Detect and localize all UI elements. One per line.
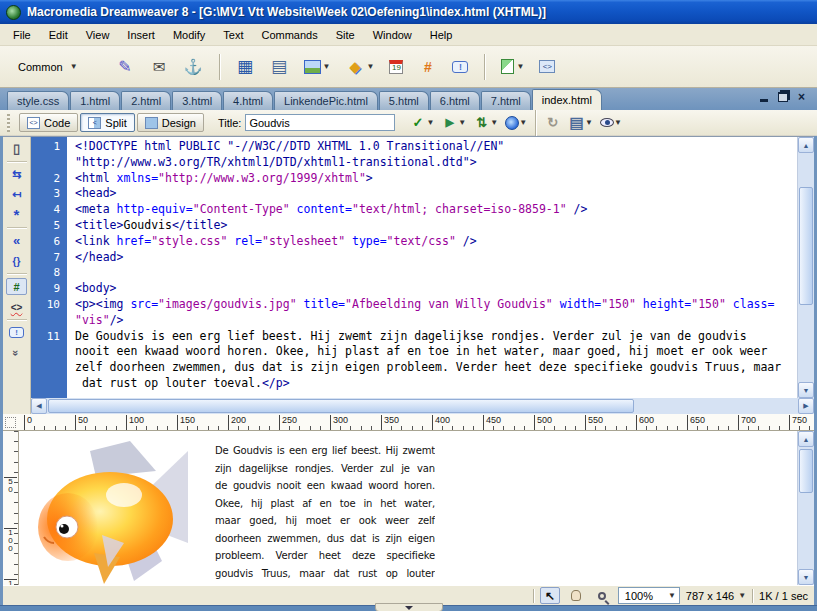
scroll-up-icon[interactable]: ▲ [798,137,814,153]
scroll-track[interactable] [47,398,798,414]
scroll-track[interactable] [798,447,814,569]
close-icon[interactable]: × [796,92,807,102]
code-horizontal-scrollbar[interactable]: ◀ ▶ [3,398,814,414]
restore-button[interactable] [777,92,788,102]
design-text-line[interactable]: goudvis Truus, maar dat rust op louter [215,565,435,583]
code-text[interactable]: <head> [67,186,117,202]
date-button[interactable] [387,58,405,76]
image-button[interactable]: ▼ [302,58,333,76]
tag-selector[interactable] [9,586,527,605]
code-text[interactable]: zelf doorheen zwemmen, dus dat is zijn e… [67,360,781,376]
scroll-thumb[interactable] [799,187,813,305]
table-button[interactable] [234,55,257,78]
code-text[interactable]: </head> [67,250,123,266]
code-editor[interactable]: 1<!DOCTYPE html PUBLIC "-//W3C//DTD XHTM… [31,137,797,398]
code-vertical-scrollbar[interactable]: ▲ ▼ [797,137,814,398]
open-documents-button[interactable] [6,140,27,157]
code-text[interactable]: <body> [67,281,117,297]
minimize-button[interactable] [758,92,769,102]
chevron-down-icon[interactable]: ▼ [516,62,524,71]
tab-4.html[interactable]: 4.html [223,91,273,110]
design-canvas[interactable]: De Goudvis is een erg lief beest. Hij zw… [19,431,797,585]
tag-chooser-button[interactable] [537,58,557,75]
split-view-button[interactable]: Split [80,113,134,132]
code-text[interactable]: nooit een kwaad woord horen. Okee, hij p… [67,344,767,360]
visual-aids-button[interactable]: ▼ [598,117,624,128]
code-text[interactable]: "http://www.w3.org/TR/xhtml1/DTD/xhtml1-… [67,155,477,171]
magnification-select[interactable]: 100% ▼ [618,587,680,604]
code-text[interactable]: <meta http-equiv="Content-Type" content=… [67,202,587,218]
code-text[interactable]: "vis"/> [67,313,123,329]
zoom-tool[interactable] [592,587,612,604]
highlight-invalid-code-button[interactable] [6,298,27,315]
code-text[interactable]: <title>Goudvis</title> [67,218,227,234]
code-text[interactable]: <html xmlns="http://www.w3.org/1999/xhtm… [67,171,373,187]
code-text[interactable]: dat rust op louter toeval.</p> [67,376,290,392]
chevron-down-icon[interactable]: ▼ [323,62,331,71]
tab-style.css[interactable]: style.css [7,91,69,110]
templates-button[interactable]: ▼ [499,57,526,76]
named-anchor-button[interactable] [182,55,205,78]
tab-3.html[interactable]: 3.html [172,91,222,110]
server-include-button[interactable] [416,55,439,78]
menu-commands[interactable]: Commands [252,26,326,44]
code-text[interactable] [67,265,75,281]
insert-div-button[interactable] [268,55,291,78]
scroll-down-icon[interactable]: ▼ [798,382,814,398]
window-size-select[interactable]: 787 x 146 ▼ [686,590,746,602]
tab-7.html[interactable]: 7.html [481,91,531,110]
menu-edit[interactable]: Edit [40,26,77,44]
code-text[interactable]: De Goudvis is een erg lief beest. Hij zw… [67,329,747,345]
chevron-down-icon[interactable]: ▼ [366,62,374,71]
scroll-track[interactable] [798,153,814,382]
select-tool[interactable]: ↖ [540,587,560,604]
media-button[interactable]: ▼ [343,55,376,78]
preview-browser-button[interactable]: ▼ [503,115,529,131]
design-paragraph[interactable]: De Goudvis is een erg lief beest. Hij zw… [215,442,435,582]
design-text-line[interactable]: probleem. Verder heet deze specifieke [215,547,435,565]
line-numbers-button[interactable] [6,278,27,295]
design-text-line[interactable]: de goudvis nooit een kwaad woord horen. [215,477,435,495]
scroll-thumb[interactable] [799,449,813,493]
file-management-button[interactable]: ▼ [471,114,500,132]
menu-insert[interactable]: Insert [118,26,164,44]
design-view-button[interactable]: Design [137,113,204,132]
code-view-button[interactable]: Code [19,113,78,132]
code-text[interactable]: <p><img src="images/goudvis.jpg" title="… [67,297,774,313]
collapse-selection-button[interactable] [6,186,27,203]
preview-debug-button[interactable]: ▼ [439,114,468,132]
design-text-line[interactable]: maar goed, hij moet er ook weer zelf [215,512,435,530]
apply-comment-button[interactable] [6,324,27,341]
validate-markup-button[interactable]: ▼ [407,114,436,132]
menu-site[interactable]: Site [327,26,364,44]
property-inspector-collapse-button[interactable] [375,603,443,611]
balance-braces-button[interactable] [6,252,27,269]
menu-modify[interactable]: Modify [164,26,214,44]
menu-view[interactable]: View [77,26,119,44]
scroll-left-icon[interactable]: ◀ [31,398,47,414]
menu-help[interactable]: Help [421,26,462,44]
code-text[interactable]: <!DOCTYPE html PUBLIC "-//W3C//DTD XHTML… [67,139,504,155]
toolbar-grip[interactable] [7,114,10,132]
tab-5.html[interactable]: 5.html [379,91,429,110]
email-link-button[interactable] [148,55,171,78]
refresh-button[interactable] [542,114,563,132]
design-text-line[interactable]: Okee, hij plast af en toe in het water, [215,495,435,513]
more-chevron-button[interactable] [6,344,27,361]
code-text[interactable]: <link href="style.css" rel="stylesheet" … [67,234,477,250]
tab-1.html[interactable]: 1.html [70,91,120,110]
view-options-button[interactable]: ▼ [566,114,595,132]
scroll-down-icon[interactable]: ▼ [798,569,814,585]
goldfish-image[interactable] [38,439,188,585]
menu-file[interactable]: File [4,26,40,44]
hand-tool[interactable] [566,587,586,604]
design-text-line[interactable]: doorheen zwemmen, dus dat is zijn eigen [215,530,435,548]
document-title-input[interactable] [245,114,395,131]
tab-LinkendePic.html[interactable]: LinkendePic.html [274,91,378,110]
expand-all-button[interactable] [6,206,27,223]
design-vertical-scrollbar[interactable]: ▲ ▼ [797,431,814,585]
collapse-full-tag-button[interactable] [6,166,27,183]
scroll-thumb[interactable] [48,399,634,413]
select-parent-tag-button[interactable] [6,232,27,249]
hyperlink-button[interactable] [114,55,137,78]
